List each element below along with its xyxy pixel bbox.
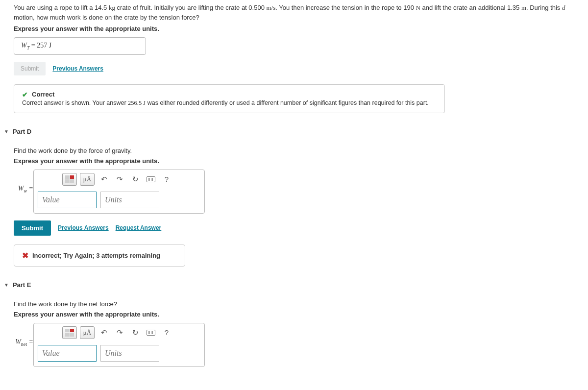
accepted-answer: WT = 257 J: [14, 37, 146, 55]
caret-down-icon: ▼: [4, 282, 9, 288]
part-d-value-input[interactable]: [38, 192, 97, 208]
cross-icon: ✖: [22, 251, 28, 260]
redo-icon[interactable]: ↷: [113, 174, 126, 185]
instruction-text: Express your answer with the appropriate…: [0, 22, 588, 32]
part-e-prompt: Find the work done by the net force?: [14, 300, 588, 308]
caret-down-icon: ▼: [4, 129, 9, 134]
submit-button[interactable]: Submit: [14, 220, 51, 236]
keyboard-icon[interactable]: [145, 174, 157, 185]
problem-statement: You are using a rope to lift a 14.5 kg c…: [0, 3, 588, 22]
redo-icon[interactable]: ↷: [113, 327, 126, 338]
part-e-units-input[interactable]: [100, 345, 159, 362]
help-icon[interactable]: ?: [160, 327, 173, 338]
check-icon: ✔: [22, 91, 28, 98]
part-e-instruct: Express your answer with the appropriate…: [14, 311, 588, 318]
part-d-header[interactable]: ▼ Part D: [0, 113, 588, 135]
part-d-title: Part D: [13, 128, 31, 135]
part-e-header[interactable]: ▼ Part E: [0, 267, 588, 289]
help-icon[interactable]: ?: [160, 174, 173, 185]
part-e-input-panel: μÅ ↶ ↷ ↻ ?: [33, 323, 205, 367]
feedback-incorrect-text: Incorrect; Try Again; 3 attempts remaini…: [32, 252, 160, 259]
reset-icon[interactable]: ↻: [129, 327, 142, 338]
submit-button: Submit: [14, 62, 46, 75]
part-d-variable: Ww =: [14, 185, 33, 194]
keyboard-icon[interactable]: [145, 327, 157, 338]
feedback-correct: ✔ Correct Correct answer is shown. Your …: [14, 84, 445, 113]
part-d-instruct: Express your answer with the appropriate…: [14, 157, 588, 165]
part-e-title: Part E: [13, 281, 31, 289]
part-e-variable: Wnet =: [14, 338, 33, 347]
undo-icon[interactable]: ↶: [98, 327, 110, 338]
part-d-prompt: Find the work done by the force of gravi…: [14, 147, 588, 154]
symbols-icon[interactable]: μÅ: [80, 173, 95, 186]
previous-answers-link[interactable]: Previous Answers: [58, 224, 109, 231]
part-d-input-panel: μÅ ↶ ↷ ↻ ?: [33, 170, 205, 214]
symbols-icon[interactable]: μÅ: [80, 326, 95, 339]
undo-icon[interactable]: ↶: [98, 174, 110, 185]
request-answer-link[interactable]: Request Answer: [116, 224, 162, 231]
previous-answers-link[interactable]: Previous Answers: [52, 65, 103, 72]
feedback-title-text: Correct: [32, 91, 54, 98]
part-e-value-input[interactable]: [38, 345, 97, 362]
templates-icon[interactable]: [62, 326, 77, 339]
reset-icon[interactable]: ↻: [129, 174, 142, 185]
templates-icon[interactable]: [62, 173, 77, 186]
part-d-units-input[interactable]: [100, 192, 159, 208]
